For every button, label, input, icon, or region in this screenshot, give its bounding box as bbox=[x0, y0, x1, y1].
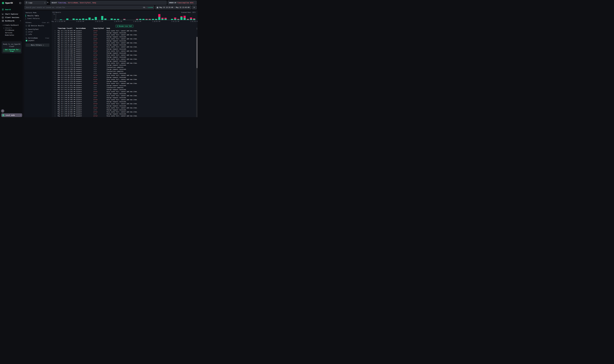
histogram-bar[interactable] bbox=[123, 19, 125, 20]
chevron-right-icon[interactable] bbox=[55, 49, 58, 50]
mode-event-patterns[interactable]: Event Patterns bbox=[26, 17, 49, 20]
table-row[interactable]: May 15 1:40:24.219 PMpaymenterrorVisa ca… bbox=[52, 103, 196, 105]
table-row[interactable]: May 15 1:42:26.920 PMpaymentinfoCharge r… bbox=[52, 44, 196, 46]
chevron-right-icon[interactable] bbox=[55, 59, 58, 60]
chevron-right-icon[interactable] bbox=[55, 111, 58, 113]
table-row[interactable]: May 15 1:41:47.766 PMpaymentinfoCharge r… bbox=[52, 72, 196, 74]
table-row[interactable]: May 15 1:42:50.843 PMpaymenterrorVisa ca… bbox=[52, 30, 196, 32]
histogram-bar[interactable] bbox=[73, 18, 75, 20]
histogram-bar[interactable] bbox=[149, 19, 151, 20]
histogram-bar[interactable] bbox=[165, 18, 167, 20]
histogram-bar[interactable] bbox=[66, 18, 68, 20]
table-row[interactable]: May 15 1:42:05.460 PMpaymenterrorVisa ca… bbox=[52, 50, 196, 52]
chevron-right-icon[interactable] bbox=[55, 42, 58, 43]
table-row[interactable]: May 15 1:42:50.834 PMpaymentinfoCharge r… bbox=[52, 32, 196, 34]
table-row[interactable]: May 15 1:40:14.511 PMpaymenterrorVisa ca… bbox=[52, 107, 196, 109]
chevron-right-icon[interactable] bbox=[55, 103, 58, 104]
table-row[interactable]: May 15 1:40:10.601 PMpaymenterrorVisa ca… bbox=[52, 111, 196, 113]
chevron-right-icon[interactable] bbox=[55, 54, 58, 56]
histogram-bar[interactable] bbox=[136, 19, 138, 20]
column-resize-handle[interactable] bbox=[75, 27, 75, 29]
filter-option-error[interactable]: error bbox=[26, 31, 49, 33]
table-row[interactable]: May 15 1:41:21.652 PMpaymentinfoCharge r… bbox=[52, 85, 196, 87]
histogram-bar[interactable] bbox=[183, 16, 186, 20]
table-row[interactable]: May 15 1:40:14.505 PMpaymentinfoCharge r… bbox=[52, 109, 196, 111]
histogram-bar[interactable] bbox=[158, 14, 160, 20]
histogram-bar[interactable] bbox=[155, 19, 157, 20]
chevron-right-icon[interactable] bbox=[55, 73, 58, 74]
table-row[interactable]: May 15 1:41:30.283 PMpaymenterrorVisa ca… bbox=[52, 74, 196, 76]
table-row[interactable]: May 15 1:42:43.360 PMpaymenterrorVisa ca… bbox=[52, 34, 196, 36]
more-filters-button[interactable]: More filters bbox=[26, 43, 49, 47]
chevron-right-icon[interactable] bbox=[55, 77, 58, 78]
histogram-bar[interactable] bbox=[177, 19, 179, 20]
sidebar-item-chart-explorer[interactable]: Chart Explorer bbox=[0, 13, 23, 15]
mode-results-table[interactable]: Results Table bbox=[26, 14, 49, 17]
column-header-timestamp-local-[interactable]: Timestamp (Local) bbox=[58, 27, 76, 30]
table-row[interactable]: May 15 1:40:44.546 PMpaymentinfoCharge r… bbox=[52, 92, 196, 95]
table-row[interactable]: May 15 1:41:30.275 PMpaymentinfoCharge r… bbox=[52, 77, 196, 78]
chevron-right-icon[interactable] bbox=[55, 107, 58, 108]
help-button[interactable]: ? bbox=[1, 109, 4, 113]
chevron-right-icon[interactable] bbox=[55, 105, 58, 106]
chevron-right-icon[interactable] bbox=[55, 95, 58, 96]
run-query-button[interactable] bbox=[192, 6, 197, 9]
table-row[interactable]: May 15 1:42:05.450 PMpaymentinfoCharge r… bbox=[52, 52, 196, 54]
chevron-right-icon[interactable] bbox=[55, 91, 58, 92]
histogram-bar[interactable] bbox=[145, 19, 148, 20]
chevron-right-icon[interactable] bbox=[55, 99, 58, 100]
sidebar-item-client-sessions[interactable]: Client Sessions bbox=[0, 16, 23, 19]
resume-live-tail-button[interactable]: Resume Live Tail bbox=[116, 25, 133, 27]
table-row[interactable]: May 15 1:41:25.373 PMpaymenterrorVisa ca… bbox=[52, 78, 196, 80]
histogram-bar[interactable] bbox=[142, 19, 144, 20]
chevron-right-icon[interactable] bbox=[55, 79, 58, 80]
histogram-bar[interactable] bbox=[114, 19, 116, 20]
chevron-right-icon[interactable] bbox=[55, 46, 58, 48]
table-row[interactable]: May 15 1:42:36.188 PMpaymenterrorVisa ca… bbox=[52, 38, 196, 40]
table-row[interactable]: May 15 1:41:21.678 PMpaymenterrorVisa ca… bbox=[52, 82, 196, 85]
table-row[interactable]: May 15 1:42:04.392 PMpaymenterrorVisa ca… bbox=[52, 54, 196, 56]
table-row[interactable]: May 15 1:41:53.274 PMpaymentinfoTransact… bbox=[52, 66, 196, 68]
chevron-right-icon[interactable] bbox=[55, 89, 58, 90]
column-resize-handle[interactable] bbox=[105, 27, 106, 29]
chevron-right-icon[interactable] bbox=[55, 113, 58, 115]
histogram-bar[interactable] bbox=[89, 17, 91, 20]
histogram-bar[interactable] bbox=[139, 19, 141, 20]
table-row[interactable]: May 15 1:42:04.376 PMpaymentinfoCharge r… bbox=[52, 56, 196, 58]
create-dashboard-button[interactable]: + Create Dashboard bbox=[3, 24, 21, 26]
preset-item-clickhouse[interactable]: Clickhouse bbox=[5, 29, 23, 31]
filter-option-payment[interactable]: payment bbox=[26, 40, 49, 41]
table-row[interactable]: May 15 1:42:01.814 PMpaymentinfoCharge r… bbox=[52, 60, 196, 62]
clear-all-button[interactable]: Clear all bbox=[42, 22, 49, 24]
filter-group-clear[interactable]: Clear bbox=[45, 37, 49, 39]
column-header-body[interactable]: Body bbox=[106, 27, 196, 30]
chevron-right-icon[interactable] bbox=[55, 97, 58, 98]
table-row[interactable]: May 15 1:40:24.214 PMpaymentinfoCharge r… bbox=[52, 105, 196, 107]
chevron-right-icon[interactable] bbox=[55, 63, 58, 64]
histogram-bar[interactable] bbox=[174, 17, 176, 20]
chevron-right-icon[interactable] bbox=[55, 36, 58, 38]
settings-gear-icon[interactable]: ⚙ bbox=[47, 1, 48, 3]
histogram-bar[interactable] bbox=[85, 19, 87, 20]
chevron-right-icon[interactable] bbox=[55, 69, 58, 70]
table-row[interactable]: May 15 1:40:10.597 PMpaymentinfoCharge r… bbox=[52, 113, 196, 115]
table-row[interactable]: May 15 1:41:57.178 PMpaymentinfoCharge r… bbox=[52, 64, 196, 66]
table-row[interactable]: May 15 1:40:38.462 PMpaymentinfoCharge r… bbox=[52, 97, 196, 99]
chevron-right-icon[interactable] bbox=[55, 75, 58, 76]
local-mode-button[interactable]: U Local mode bbox=[1, 113, 22, 117]
preset-item-services[interactable]: Services bbox=[5, 32, 23, 34]
filter-option-info[interactable]: info bbox=[26, 34, 49, 35]
chevron-right-icon[interactable] bbox=[55, 44, 58, 45]
histogram-bar[interactable] bbox=[101, 16, 103, 20]
chevron-right-icon[interactable] bbox=[55, 52, 58, 54]
table-row[interactable]: May 15 1:42:13.019 PMpaymentinfoCharge r… bbox=[52, 48, 196, 50]
histogram-bar[interactable] bbox=[152, 19, 154, 20]
histogram-bar[interactable] bbox=[104, 18, 106, 20]
histogram-bar[interactable] bbox=[171, 19, 173, 20]
source-select[interactable]: Logs bbox=[25, 1, 47, 5]
error-checkbox[interactable] bbox=[26, 31, 27, 33]
column-resize-handle[interactable] bbox=[92, 27, 92, 29]
chevron-right-icon[interactable] bbox=[55, 115, 58, 117]
date-range-picker[interactable]: May 15 13:32:00 - May 15 13:43:00 bbox=[155, 6, 191, 9]
column-header-severitytext[interactable]: SeverityText bbox=[93, 27, 106, 30]
